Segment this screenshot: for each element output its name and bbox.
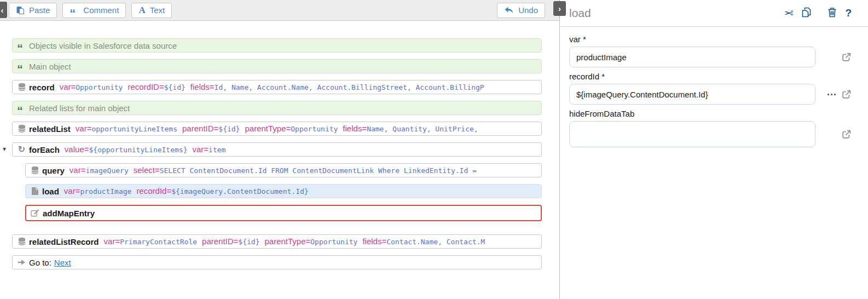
database-icon	[17, 83, 26, 91]
paste-button[interactable]: Paste	[9, 3, 57, 18]
paste-icon	[16, 6, 25, 15]
goto-next-link[interactable]: Next	[54, 258, 71, 267]
template-builder-app: ‹ Paste “ Comment A Text Undo	[0, 0, 868, 299]
tag-attribute: var=opportunityLineItems	[76, 124, 177, 134]
collapse-caret-icon[interactable]: ▾	[3, 146, 6, 152]
field-label: var *	[569, 34, 852, 44]
cut-icon[interactable]: ✂	[784, 8, 794, 19]
inspector-header: load ✂?	[560, 0, 868, 27]
undo-button-label: Undo	[518, 5, 538, 15]
tag-attribute: var=item	[193, 145, 226, 154]
tag-attribute: var=Opportunity	[60, 82, 123, 92]
copy-icon[interactable]	[801, 7, 812, 18]
edit-icon	[31, 209, 40, 217]
database-icon	[17, 124, 26, 133]
help-icon[interactable]: ?	[845, 8, 852, 18]
comment-text: Related lists for main object	[29, 104, 130, 113]
external-link-icon[interactable]	[841, 89, 852, 100]
tag-attribute: parentID=${id}	[202, 237, 259, 246]
delete-icon[interactable]	[828, 7, 837, 18]
goto-row[interactable]: Go to:Next	[12, 255, 542, 269]
comment-row[interactable]: “Objects visible in Salesforce data sour…	[12, 38, 542, 53]
arrow-right-icon	[17, 258, 26, 267]
loop-icon: ↻	[17, 145, 26, 154]
comment-row[interactable]: “Related lists for main object	[12, 101, 542, 115]
field-input-recordid[interactable]	[569, 84, 815, 105]
database-icon	[30, 166, 39, 175]
external-link-icon[interactable]	[841, 52, 852, 62]
chevron-right-icon[interactable]: ›	[553, 1, 566, 16]
tag-attribute: parentType=Opportunity	[245, 124, 338, 134]
row-relatedList[interactable]: relatedListvar=opportunityLineItemsparen…	[12, 122, 542, 136]
tag-name: relatedList	[29, 124, 71, 134]
comment-text: Objects visible in Salesforce data sourc…	[29, 41, 177, 50]
goto-label: Go to:	[29, 258, 51, 267]
tag-row-line: addMapEntry	[25, 205, 542, 221]
tag-name: forEach	[29, 145, 60, 154]
tag-attribute: var=PrimaryContactRole	[104, 237, 198, 246]
undo-icon	[504, 6, 514, 15]
tag-name: query	[42, 166, 65, 175]
comment-button[interactable]: “ Comment	[62, 3, 126, 18]
inspector-panel: load ✂? var *recordId *…hideFromDataTab	[560, 0, 868, 299]
tag-name: record	[29, 83, 55, 92]
field-row	[569, 47, 852, 67]
row-record[interactable]: recordvar=OpportunityrecordID=${id}field…	[12, 80, 542, 94]
tag-name: addMapEntry	[43, 209, 95, 218]
field-actions	[820, 129, 852, 140]
row-load[interactable]: loadvar=productImagerecordId=${imageQuer…	[25, 184, 542, 198]
tag-row-line: relatedListvar=opportunityLineItemsparen…	[12, 122, 542, 136]
inspector-field: hideFromDataTab	[569, 109, 852, 147]
chevron-left-icon[interactable]: ‹	[0, 2, 7, 18]
tag-name: load	[42, 187, 59, 196]
tag-row-line: loadvar=productImagerecordId=${imageQuer…	[25, 184, 542, 198]
comment-row-line: “Main object	[12, 59, 542, 73]
row-relatedListRecord[interactable]: relatedListRecordvar=PrimaryContactRolep…	[12, 234, 542, 249]
goto-row-line: Go to:Next	[12, 255, 542, 269]
tag-attribute: var=productImage	[64, 186, 132, 196]
field-row	[569, 121, 852, 147]
tag-attribute: parentID=${id}	[182, 124, 240, 134]
inspector-title: load	[569, 7, 591, 20]
text-button[interactable]: A Text	[131, 3, 172, 18]
text-button-label: Text	[150, 5, 165, 15]
tag-attribute: fields=Contact.Name, Contact.M	[362, 237, 485, 246]
comment-row-line: “Related lists for main object	[12, 101, 542, 115]
undo-button[interactable]: Undo	[497, 3, 545, 18]
template-rows: “Objects visible in Salesforce data sour…	[0, 21, 559, 269]
tag-attribute: recordId=${imageQuery.ContentDocument.Id…	[136, 186, 308, 196]
comment-text: Main object	[29, 62, 71, 71]
inspector-field: var *	[569, 34, 852, 67]
tag-attribute: fields=Name, Quantity, UnitPrice,	[343, 124, 478, 134]
field-input-var[interactable]	[569, 47, 815, 67]
row-addMapEntry[interactable]: addMapEntry	[25, 205, 542, 221]
database-icon	[17, 237, 26, 246]
comment-row[interactable]: “Main object	[12, 59, 542, 73]
inspector-field: recordId *…	[569, 72, 852, 105]
row-query[interactable]: queryvar=imageQueryselect=SELECT Content…	[25, 163, 542, 177]
comment-icon: “	[17, 104, 26, 112]
tag-row-line: relatedListRecordvar=PrimaryContactRolep…	[12, 234, 542, 249]
tag-attribute: value=${opportunityLineItems}	[65, 145, 188, 154]
editor-toolbar: ‹ Paste “ Comment A Text Undo	[0, 0, 559, 21]
external-link-icon[interactable]	[841, 129, 852, 140]
field-input-hidefromdatatab[interactable]	[569, 121, 815, 147]
field-actions	[820, 52, 852, 62]
field-label: hideFromDataTab	[569, 109, 852, 118]
template-editor-panel: ‹ Paste “ Comment A Text Undo	[0, 0, 560, 299]
inspector-tools: ✂?	[784, 7, 852, 20]
tag-row-line: queryvar=imageQueryselect=SELECT Content…	[25, 163, 542, 177]
tag-attribute: var=imageQuery	[70, 165, 129, 175]
text-icon: A	[138, 5, 145, 16]
tag-attribute: recordID=${id}	[128, 82, 185, 92]
field-actions: …	[820, 89, 852, 100]
tag-attribute: parentType=Opportunity	[264, 237, 357, 246]
page-icon	[30, 187, 39, 196]
tag-attribute: select=SELECT ContentDocument.Id FROM Co…	[134, 165, 477, 175]
tag-row-line: ▾↻forEachvalue=${opportunityLineItems}va…	[12, 142, 542, 157]
paste-button-label: Paste	[29, 5, 50, 15]
tag-name: relatedListRecord	[29, 237, 99, 246]
comment-button-label: Comment	[83, 5, 119, 15]
row-forEach[interactable]: ↻forEachvalue=${opportunityLineItems}var…	[12, 142, 542, 157]
tag-row-line: recordvar=OpportunityrecordID=${id}field…	[12, 80, 542, 94]
